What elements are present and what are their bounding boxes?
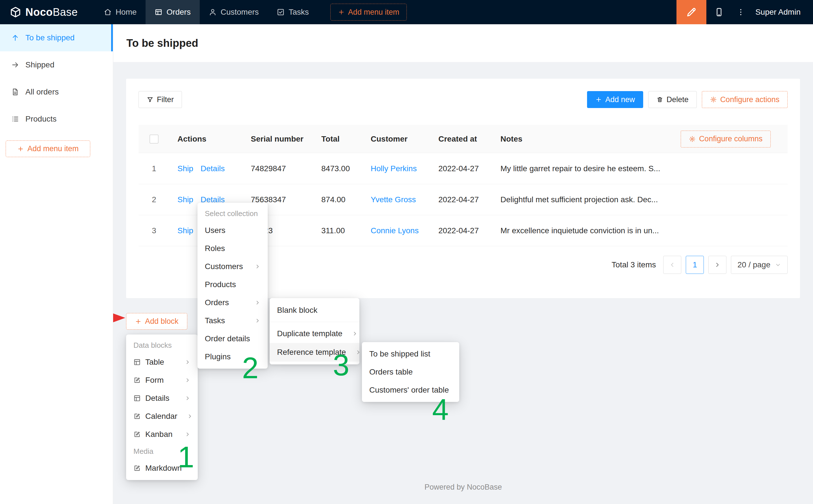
trash-icon <box>656 96 663 103</box>
highlighter-pen-icon <box>686 6 697 18</box>
total-cell: 311.00 <box>313 226 363 235</box>
menu-item-label: Tasks <box>205 316 225 325</box>
step-annotation-3: 3 <box>333 350 349 380</box>
add-block-label: Add block <box>145 317 179 326</box>
customers-icon <box>209 8 217 16</box>
add-new-button[interactable]: Add new <box>587 91 643 108</box>
sidebar-item-all-orders[interactable]: All orders <box>0 78 113 105</box>
customer-link[interactable]: Yvette Gross <box>371 195 416 204</box>
chevron-right-icon <box>347 331 358 336</box>
more-vertical-icon <box>737 8 745 16</box>
delete-button[interactable]: Delete <box>648 91 697 108</box>
menu-item-users[interactable]: Users <box>197 221 268 239</box>
calendar-block-icon <box>133 413 141 420</box>
nav-item-orders[interactable]: Orders <box>146 0 200 24</box>
kanban-block-icon <box>133 431 141 438</box>
row-index: 1 <box>139 164 170 173</box>
menu-item-label: Order details <box>205 334 250 343</box>
details-block-icon <box>133 395 141 402</box>
navbar-right: Super Admin <box>676 0 813 24</box>
pagination-page-1[interactable]: 1 <box>686 256 704 274</box>
menu-item-duplicate-template[interactable]: Duplicate template <box>270 324 359 343</box>
nocobase-logo[interactable]: NocoBase <box>0 0 95 24</box>
home-icon <box>104 8 112 16</box>
menu-item-details[interactable]: Details <box>126 389 198 407</box>
current-user-menu[interactable]: Super Admin <box>750 0 813 24</box>
sidebar-item-shipped[interactable]: Shipped <box>0 51 113 78</box>
step-annotation-4: 4 <box>432 395 449 424</box>
tasks-icon <box>277 8 285 16</box>
sidebar: To be shipped Shipped All orders Product… <box>0 24 113 504</box>
menu-item-blank-block[interactable]: Blank block <box>270 301 359 320</box>
menu-item-orders-table[interactable]: Orders table <box>362 363 459 381</box>
sidebar-add-menu-item-button[interactable]: Add menu item <box>6 140 90 157</box>
chevron-right-icon <box>350 349 361 355</box>
form-block-icon <box>133 377 141 384</box>
menu-item-tasks[interactable]: Tasks <box>197 312 268 330</box>
menu-item-form[interactable]: Form <box>126 371 198 389</box>
nav-item-customers[interactable]: Customers <box>200 0 268 24</box>
pagination-next-button[interactable] <box>708 256 726 274</box>
add-block-button[interactable]: Add block <box>126 313 187 330</box>
chevron-down-icon <box>775 262 781 268</box>
arrow-right-icon <box>11 61 19 69</box>
chevron-right-icon <box>180 359 190 365</box>
details-link[interactable]: Details <box>201 164 225 173</box>
menu-item-label: Calendar <box>145 412 177 421</box>
select-all-checkbox[interactable] <box>150 135 159 144</box>
menu-item-order-details[interactable]: Order details <box>197 330 268 348</box>
notes-cell: Delightful met sufficient projection ask… <box>493 195 788 204</box>
nav-item-label: Home <box>116 8 137 17</box>
nav-item-tasks[interactable]: Tasks <box>268 0 318 24</box>
chevron-right-icon <box>714 262 720 268</box>
nav-item-label: Customers <box>221 8 259 17</box>
customer-link[interactable]: Holly Perkins <box>371 164 417 173</box>
sidebar-item-label: All orders <box>25 87 59 96</box>
select-collection-menu: Select collection Users Roles Customers … <box>197 203 268 369</box>
column-header-created: Created at <box>430 135 493 144</box>
configure-actions-button[interactable]: Configure actions <box>702 91 788 108</box>
pagination-total: Total 3 items <box>612 260 656 269</box>
menu-item-to-be-shipped-list[interactable]: To be shipped list <box>362 345 459 363</box>
top-navbar: NocoBase Home Orders Customers Tasks Add… <box>0 0 813 24</box>
logo-cube-icon <box>10 6 21 18</box>
nav-add-menu-item-button[interactable]: Add menu item <box>330 4 407 21</box>
menu-item-label: Table <box>145 358 164 367</box>
filter-button[interactable]: Filter <box>139 91 182 108</box>
customer-link[interactable]: Connie Lyons <box>371 226 419 235</box>
menu-item-customers[interactable]: Customers <box>197 257 268 276</box>
sidebar-item-to-be-shipped[interactable]: To be shipped <box>0 24 113 51</box>
menu-item-orders[interactable]: Orders <box>197 294 268 312</box>
gear-icon <box>689 136 696 142</box>
menu-item-products[interactable]: Products <box>197 276 268 294</box>
created-cell: 2022-04-27 <box>430 164 493 173</box>
nav-item-label: Orders <box>166 8 191 17</box>
ship-link[interactable]: Ship <box>177 226 193 235</box>
menu-item-table[interactable]: Table <box>126 353 198 371</box>
pagination-prev-button[interactable] <box>663 256 681 274</box>
total-cell: 874.00 <box>313 195 363 204</box>
ship-link[interactable]: Ship <box>177 164 193 173</box>
menu-group-title: Select collection <box>197 206 268 221</box>
menu-item-label: Duplicate template <box>277 329 342 338</box>
file-icon <box>11 88 19 96</box>
nav-item-home[interactable]: Home <box>95 0 146 24</box>
delete-label: Delete <box>667 95 689 104</box>
total-cell: 8473.00 <box>313 164 363 173</box>
configure-columns-button[interactable]: Configure columns <box>681 131 771 148</box>
ui-editor-button[interactable] <box>676 0 706 24</box>
menu-item-roles[interactable]: Roles <box>197 239 268 257</box>
configure-columns-label: Configure columns <box>699 135 763 143</box>
page-header: To be shipped <box>113 24 813 62</box>
filter-label: Filter <box>157 95 174 104</box>
page-size-select[interactable]: 20 / page <box>731 256 788 274</box>
main-nav: Home Orders Customers Tasks <box>95 0 318 24</box>
more-menu-button[interactable] <box>732 0 750 24</box>
current-user-name: Super Admin <box>755 8 801 17</box>
step-annotation-2: 2 <box>242 353 258 383</box>
ship-link[interactable]: Ship <box>177 195 193 204</box>
sidebar-item-products[interactable]: Products <box>0 105 113 133</box>
menu-divider <box>270 322 359 322</box>
menu-item-calendar[interactable]: Calendar <box>126 407 198 425</box>
mobile-preview-button[interactable] <box>706 0 732 24</box>
